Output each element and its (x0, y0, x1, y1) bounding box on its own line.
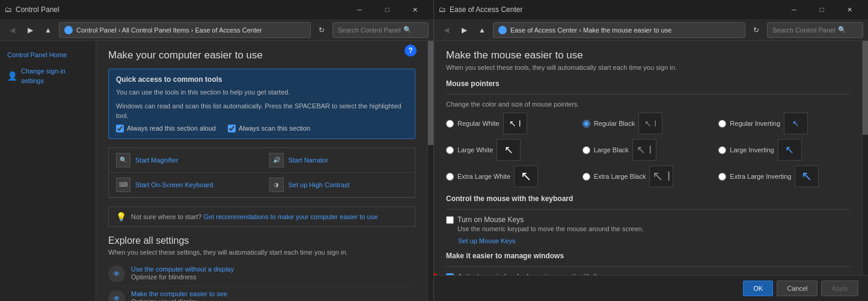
hint-box: 💡 Not sure where to start? Get recommend… (108, 206, 415, 227)
ok-button[interactable]: OK (743, 281, 773, 296)
mouse-keys-desc: Use the numeric keypad to move the mouse… (457, 225, 644, 232)
pointer-extra-large-white: Extra Large White ↖ (446, 166, 578, 187)
left-scrollbar[interactable] (427, 41, 433, 301)
right-window-icon: 🗂 (439, 5, 446, 14)
pointer-extra-large-inverting-label: Extra Large Inverting (730, 173, 791, 180)
quick-access-box: Quick access to common tools You can use… (108, 69, 415, 139)
pointer-regular-inverting-radio[interactable] (718, 120, 726, 128)
left-page-title: Make your computer easier to use (108, 49, 415, 61)
checkbox-always-read-input[interactable] (116, 125, 124, 132)
left-title-bar: 🗂 Control Panel ─ □ ✕ (0, 0, 433, 19)
left-address-icon (64, 26, 73, 34)
sidebar-label-control-panel-home: Control Panel Home (7, 51, 67, 58)
left-sidebar: Control Panel Home 👤 Change sign-in sett… (0, 41, 96, 301)
pointer-large-white: Large White ↖ (446, 139, 578, 161)
sidebar-item-control-panel-home[interactable]: Control Panel Home (0, 47, 96, 63)
tool-start-magnifier[interactable]: 🔍 Start Magnifier (109, 148, 262, 173)
checkbox-always-read[interactable]: Always read this section aloud (116, 125, 216, 132)
explore-link-1[interactable]: Make the computer easier to see (131, 290, 227, 297)
left-address-path: Control Panel › All Control Panel Items … (76, 26, 262, 34)
contrast-icon: ◑ (269, 178, 284, 192)
right-forward-button[interactable]: ▶ (457, 23, 471, 37)
pointer-extra-large-black-radio[interactable] (582, 173, 590, 181)
checkbox-always-scan-input[interactable] (228, 125, 236, 132)
pointer-large-white-radio[interactable] (446, 146, 454, 154)
manage-windows-title: Make it easier to manage windows (446, 252, 850, 260)
pointer-large-inverting-radio[interactable] (718, 146, 726, 154)
tool-start-narrator[interactable]: 🔊 Start Narrator (262, 148, 415, 173)
left-search-icon: 🔍 (403, 26, 412, 34)
pointer-extra-large-black: Extra Large Black ↖ I (582, 166, 714, 187)
left-search-field[interactable]: Search Control Panel 🔍 (332, 22, 429, 38)
right-up-button[interactable]: ▲ (475, 23, 489, 37)
left-back-button[interactable]: ◀ (5, 23, 19, 37)
right-back-button[interactable]: ◀ (439, 23, 453, 37)
tool-on-screen-keyboard[interactable]: ⌨ Start On-Screen Keyboard (109, 173, 262, 197)
pointer-extra-large-black-label: Extra Large Black (594, 173, 646, 180)
explore-icon-1: 👁 (108, 290, 125, 302)
pointer-regular-white-radio[interactable] (446, 120, 454, 128)
right-address-field[interactable]: Ease of Access Center › Make the mouse e… (493, 22, 745, 38)
left-forward-button[interactable]: ▶ (23, 23, 37, 37)
checkbox-always-read-label: Always read this section aloud (127, 125, 216, 132)
tool-narrator-label: Start Narrator (289, 157, 329, 164)
pointer-regular-black-radio[interactable] (582, 120, 590, 128)
left-window: 🗂 Control Panel ─ □ ✕ ◀ ▶ ▲ Control Pane… (0, 0, 434, 301)
right-title-bar: 🗂 Ease of Access Center ─ □ ✕ (434, 0, 868, 19)
right-search-placeholder: Search Control Panel (772, 26, 836, 34)
hint-link[interactable]: Get recommendations to make your compute… (203, 213, 377, 220)
right-scrollbar[interactable] (862, 41, 868, 275)
pointer-large-white-preview: ↖ (497, 139, 521, 161)
pointer-large-inverting-label: Large Inverting (730, 146, 774, 154)
right-refresh-button[interactable]: ↻ (749, 23, 763, 37)
pointer-regular-inverting-preview: ↖ (784, 113, 808, 134)
pointer-regular-inverting: Regular Inverting ↖ (718, 113, 850, 134)
left-maximize-button[interactable]: □ (373, 0, 401, 19)
right-maximize-button[interactable]: □ (808, 0, 836, 19)
left-close-button[interactable]: ✕ (401, 0, 429, 19)
pointer-large-black-radio[interactable] (582, 146, 590, 154)
tool-high-contrast[interactable]: ◑ Set up High Contrast (262, 173, 415, 197)
left-main-content: ? Make your computer easier to use Quick… (96, 41, 427, 301)
right-window: 🗂 Ease of Access Center ─ □ ✕ ◀ ▶ ▲ Ease… (434, 0, 868, 301)
explore-desc-1: Optimize visual display (131, 298, 198, 302)
mouse-keys-checkbox[interactable] (446, 216, 454, 224)
right-address-icon (498, 26, 507, 34)
right-minimize-button[interactable]: ─ (780, 0, 808, 19)
pointer-extra-large-white-radio[interactable] (446, 173, 454, 181)
right-page-title: Make the mouse easier to use (446, 49, 850, 61)
apply-button[interactable]: Apply (821, 281, 858, 296)
help-button[interactable]: ? (405, 45, 417, 57)
left-title-bar-left: 🗂 Control Panel (5, 5, 60, 14)
cancel-button[interactable]: Cancel (777, 281, 818, 296)
right-title-bar-left: 🗂 Ease of Access Center (439, 5, 522, 14)
right-close-button[interactable]: ✕ (836, 0, 863, 19)
explore-link-0[interactable]: Use the computer without a display (131, 265, 234, 273)
mouse-keys-label: Turn on Mouse Keys (457, 216, 524, 224)
left-window-icon: 🗂 (5, 5, 12, 14)
right-title-bar-controls: ─ □ ✕ (780, 0, 863, 19)
right-window-title: Ease of Access Center (450, 5, 522, 14)
left-refresh-button[interactable]: ↻ (314, 23, 329, 37)
left-up-button[interactable]: ▲ (41, 23, 55, 37)
tool-contrast-label: Set up High Contrast (289, 181, 350, 188)
checkbox-always-scan[interactable]: Always scan this section (228, 125, 310, 132)
pointer-regular-black: Regular Black ↖ I (582, 113, 714, 134)
pointer-extra-large-black-preview: ↖ I (649, 166, 673, 187)
right-content-wrapper: Make the mouse easier to use When you se… (434, 41, 868, 275)
pointer-large-white-label: Large White (457, 146, 493, 154)
setup-mouse-keys-link[interactable]: Set up Mouse Keys (458, 237, 515, 244)
pointer-regular-black-label: Regular Black (594, 120, 635, 127)
pointer-large-black-preview: ↖ I (632, 139, 656, 161)
sidebar-item-change-sign-in[interactable]: 👤 Change sign-in settings (0, 63, 96, 89)
pointer-extra-large-inverting-radio[interactable] (718, 173, 726, 181)
pointer-regular-black-preview: ↖ I (638, 113, 662, 134)
manage-windows-section: Make it easier to manage windows Activat… (446, 252, 850, 275)
keyboard-mouse-title: Control the mouse with the keyboard (446, 194, 850, 203)
pointer-regular-white-preview: ↖ I (503, 113, 527, 134)
left-address-field[interactable]: Control Panel › All Control Panel Items … (59, 22, 311, 38)
right-search-field[interactable]: Search Control Panel 🔍 (767, 22, 863, 38)
explore-subtitle: When you select these settings, they wil… (108, 249, 415, 256)
tools-grid: 🔍 Start Magnifier 🔊 Start Narrator ⌨ Sta… (108, 147, 415, 198)
left-minimize-button[interactable]: ─ (346, 0, 373, 19)
